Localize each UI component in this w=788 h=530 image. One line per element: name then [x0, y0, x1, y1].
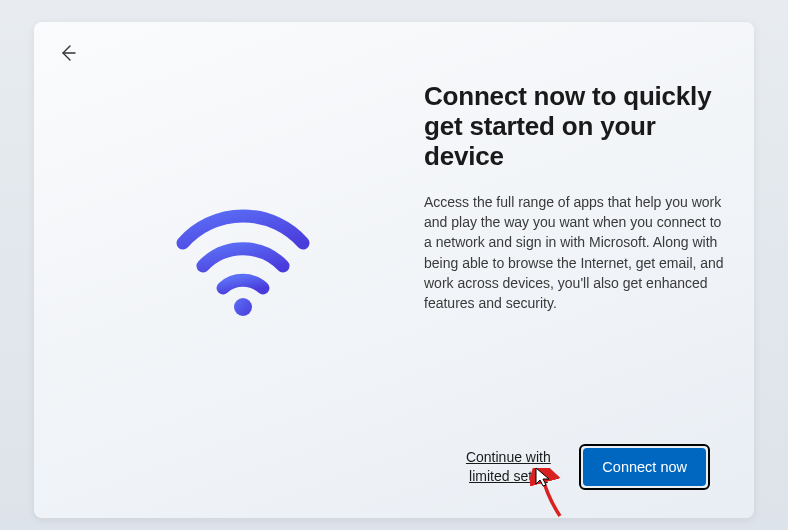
page-description: Access the full range of apps that help …: [424, 192, 726, 314]
page-title: Connect now to quickly get started on yo…: [424, 82, 726, 172]
wifi-icon: [173, 208, 313, 322]
svg-point-1: [234, 298, 252, 316]
back-button[interactable]: [52, 38, 84, 70]
illustration-pane: [62, 72, 424, 518]
arrow-left-icon: [58, 43, 78, 66]
connect-now-button[interactable]: Connect now: [583, 448, 706, 486]
primary-button-focus-ring: Connect now: [579, 444, 710, 490]
header-row: [34, 22, 754, 72]
oobe-dialog: Connect now to quickly get started on yo…: [34, 22, 754, 518]
continue-limited-setup-link[interactable]: Continue with limited setup: [453, 448, 563, 486]
footer-actions: Continue with limited setup Connect now: [453, 444, 710, 490]
